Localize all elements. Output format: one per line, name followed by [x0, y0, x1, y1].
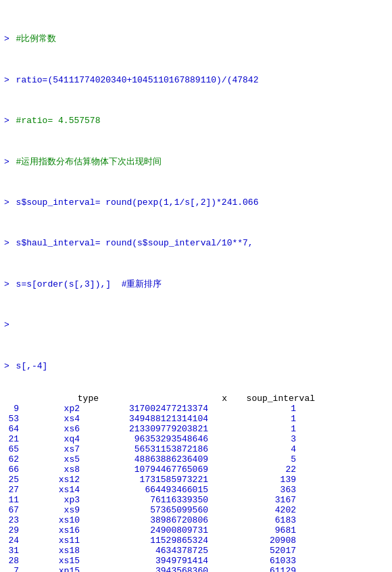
cell-type: xs10: [19, 515, 80, 525]
line-code-2: > s$soup_interval= round(pexp(1,1/s[,2])…: [4, 196, 388, 210]
cell-soup-interval: 61129: [208, 566, 296, 572]
cell-rownum: 53: [0, 414, 19, 424]
table-row: 65xs7565311538721864: [0, 444, 392, 454]
table-body: 9xp2317002477213374153xs4349488121314104…: [0, 404, 392, 572]
cell-rownum: 9: [0, 404, 19, 414]
table-row: 11xp3761163393503167: [0, 495, 392, 505]
prompt: >: [4, 75, 9, 85]
cell-rownum: 31: [0, 546, 19, 556]
cell-x: 664493466015: [80, 485, 208, 495]
cell-soup-interval: 1: [208, 424, 296, 434]
cell-x: 11529865324: [80, 535, 208, 546]
cell-rownum: 23: [0, 515, 19, 525]
line-comment-3: > #运用指数分布估算物体下次出现时间: [4, 156, 388, 169]
table-row: 24xs111152986532420908: [0, 535, 392, 546]
line-code-4: > s=s[order(s[,3]),] #重新排序: [4, 278, 388, 291]
cell-rownum: 28: [0, 556, 19, 566]
cell-type: xs15: [19, 556, 80, 566]
cell-x: 48863886236409: [80, 454, 208, 464]
cell-x: 317002477213374: [80, 404, 208, 414]
cell-x: 24900809731: [80, 525, 208, 535]
cell-rownum: 24: [0, 535, 19, 546]
table-row: 25xs121731585973221139: [0, 475, 392, 485]
table-row: 23xs10389867208066183: [0, 515, 392, 525]
prompt: >: [4, 157, 9, 167]
line-code-3: > s$haul_interval= round(s$soup_interval…: [4, 237, 388, 250]
cell-x: 76116339350: [80, 495, 208, 505]
cell-x: 10794467765069: [80, 464, 208, 475]
cell-type: xs12: [19, 475, 80, 485]
table-row: 29xs16249008097319681: [0, 525, 392, 535]
cell-soup-interval: 1: [208, 414, 296, 424]
prompt: >: [4, 238, 9, 248]
cell-type: xs11: [19, 535, 80, 546]
table-row: 21xq4963532935486463: [0, 434, 392, 444]
line-empty: >: [4, 318, 388, 332]
cell-rownum: 66: [0, 464, 19, 475]
table-row: 66xs81079446776506922: [0, 464, 392, 475]
cell-type: xs14: [19, 485, 80, 495]
cell-type: xq4: [19, 434, 80, 444]
cell-type: xs18: [19, 546, 80, 556]
cell-rownum: 21: [0, 434, 19, 444]
cell-soup-interval: 139: [208, 475, 296, 485]
header-type: type: [19, 394, 99, 404]
table-row: 62xs5488638862364095: [0, 454, 392, 464]
data-table: type x soup_interval 9xp2317002477213374…: [0, 394, 392, 572]
header-soup-interval: soup_interval: [227, 394, 315, 404]
cell-type: xs4: [19, 414, 80, 424]
header-x: x: [99, 394, 227, 404]
cell-rownum: 29: [0, 525, 19, 535]
cell-soup-interval: 363: [208, 485, 296, 495]
table-row: 27xs14664493466015363: [0, 485, 392, 495]
cell-rownum: 65: [0, 444, 19, 454]
cell-soup-interval: 52017: [208, 546, 296, 556]
cell-type: xp2: [19, 404, 80, 414]
cell-type: xs7: [19, 444, 80, 454]
prompt: >: [4, 279, 9, 289]
table-row: 28xs15394979141461033: [0, 556, 392, 566]
cell-rownum: 62: [0, 454, 19, 464]
cell-soup-interval: 3167: [208, 495, 296, 505]
cell-type: xs16: [19, 525, 80, 535]
prompt: >: [4, 320, 9, 330]
cell-type: xp15: [19, 566, 80, 572]
cell-soup-interval: 4202: [208, 505, 296, 515]
cell-soup-interval: 5: [208, 454, 296, 464]
console-output: > #比例常数 > ratio=(54111774020340+10451101…: [0, 0, 392, 392]
header-rownum: [0, 394, 19, 404]
cell-x: 38986720806: [80, 515, 208, 525]
line-code-5: > s[,-4]: [4, 360, 388, 373]
table-row: 67xs9573650995604202: [0, 505, 392, 515]
cell-x: 3943568360: [80, 566, 208, 572]
cell-x: 349488121314104: [80, 414, 208, 424]
cell-soup-interval: 6183: [208, 515, 296, 525]
cell-soup-interval: 9681: [208, 525, 296, 535]
table-row: 9xp23170024772133741: [0, 404, 392, 414]
cell-type: xs8: [19, 464, 80, 475]
cell-x: 3949791414: [80, 556, 208, 566]
cell-soup-interval: 20908: [208, 535, 296, 546]
cell-rownum: 64: [0, 424, 19, 434]
cell-rownum: 7: [0, 566, 19, 572]
cell-type: xp3: [19, 495, 80, 505]
cell-rownum: 25: [0, 475, 19, 485]
line-code-1: > ratio=(54111774020340+1045110167889110…: [4, 74, 388, 87]
table-row: 53xs43494881213141041: [0, 414, 392, 424]
cell-x: 96353293548646: [80, 434, 208, 444]
cell-rownum: 67: [0, 505, 19, 515]
cell-type: xs5: [19, 454, 80, 464]
cell-rownum: 11: [0, 495, 19, 505]
cell-soup-interval: 1: [208, 404, 296, 414]
table-row: 31xs18463437872552017: [0, 546, 392, 556]
prompt: >: [4, 34, 9, 44]
prompt: >: [4, 116, 9, 126]
line-comment-2: > #ratio= 4.557578: [4, 114, 388, 128]
cell-type: xs9: [19, 505, 80, 515]
prompt: >: [4, 361, 9, 371]
cell-soup-interval: 22: [208, 464, 296, 475]
cell-rownum: 27: [0, 485, 19, 495]
table-header: type x soup_interval: [0, 394, 392, 404]
cell-x: 57365099560: [80, 505, 208, 515]
cell-x: 56531153872186: [80, 444, 208, 454]
